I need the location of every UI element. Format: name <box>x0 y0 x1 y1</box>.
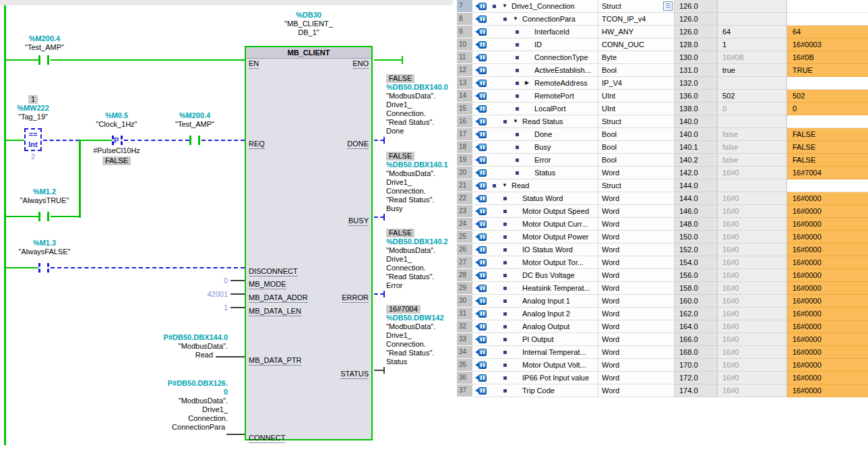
row-number[interactable]: 16 <box>457 115 472 128</box>
data-type-cell[interactable]: Bool ☰ <box>598 128 675 141</box>
start-value-cell[interactable]: 16#0 <box>718 269 787 282</box>
data-type-cell[interactable]: Word ☰ <box>598 384 675 397</box>
row-number[interactable]: 8 <box>457 13 472 26</box>
data-type-cell[interactable]: Word ☰ <box>598 231 675 243</box>
monitor-value-cell[interactable]: TRUE <box>787 64 868 77</box>
monitor-value-cell[interactable]: 16#0000 <box>787 346 868 359</box>
monitor-value-cell[interactable]: 16#0000 <box>787 333 868 346</box>
expander-icon[interactable]: ▼ <box>502 0 512 12</box>
start-value-cell[interactable]: 64 <box>718 26 787 38</box>
monitor-value-cell[interactable] <box>787 115 868 128</box>
var-name-cell[interactable]: ▼ Drive1_Connection <box>489 0 598 13</box>
monitor-value-cell[interactable]: FALSE <box>787 154 868 167</box>
monitor-value-cell[interactable]: 16#0000 <box>787 308 868 320</box>
var-name-cell[interactable]: Motor Output Tor... <box>489 256 598 269</box>
data-type-cell[interactable]: Struct ☰ <box>598 179 675 192</box>
start-value-cell[interactable]: 1 <box>718 38 787 51</box>
data-type-cell[interactable]: Word ☰ <box>598 282 675 295</box>
data-type-cell[interactable]: Bool ☰ <box>598 141 675 154</box>
compare-operand-labels[interactable]: 1 %MW222 "Tag_19" <box>0 95 80 121</box>
monitor-value-cell[interactable]: 16#0000 <box>787 192 868 205</box>
var-name-cell[interactable]: IO Status Word <box>489 243 598 256</box>
start-value-cell[interactable]: 16#0 <box>718 256 787 269</box>
data-type-cell[interactable]: IP_V4 ☰ <box>598 77 675 90</box>
data-type-cell[interactable]: Word ☰ <box>598 333 675 346</box>
start-value-cell[interactable]: false <box>718 128 787 141</box>
row-number[interactable]: 17 <box>457 128 472 141</box>
monitor-value-cell[interactable]: 16#0B <box>787 51 868 64</box>
data-type-cell[interactable]: UInt ☰ <box>598 90 675 103</box>
var-name-cell[interactable]: Analog Input 1 <box>489 295 598 308</box>
var-name-cell[interactable]: Motor Output Curr... <box>489 218 598 231</box>
row-number[interactable]: 26 <box>457 243 472 256</box>
data-type-cell[interactable]: UInt ☰ <box>598 103 675 115</box>
contact-test-amp-en[interactable]: %M200.4 "Test_AMP" <box>0 34 92 52</box>
row-number[interactable]: 29 <box>457 282 472 295</box>
start-value-cell[interactable]: 0 <box>718 103 787 115</box>
data-type-cell[interactable]: Byte ☰ <box>598 51 675 64</box>
data-type-cell[interactable]: Word ☰ <box>598 269 675 282</box>
var-name-cell[interactable]: Done <box>489 128 598 141</box>
db-watch-table[interactable]: 7 ▼ Drive1_Connection Struct ☰ 126.0 <box>457 0 868 460</box>
data-type-cell[interactable]: Word ☰ <box>598 256 675 269</box>
operand-annotation-error[interactable]: FALSE %DB50.DBX140.2 "ModbusData". Drive… <box>386 229 460 290</box>
row-number[interactable]: 10 <box>457 38 472 51</box>
var-name-cell[interactable]: LocalPort <box>489 103 598 115</box>
start-value-cell[interactable]: 16#0 <box>718 333 787 346</box>
monitor-value-cell[interactable]: 16#0000 <box>787 282 868 295</box>
monitor-value-cell[interactable]: 16#0000 <box>787 295 868 308</box>
start-value-cell[interactable]: 502 <box>718 90 787 103</box>
data-type-cell[interactable]: Word ☰ <box>598 308 675 320</box>
data-type-cell[interactable]: Word ☰ <box>598 320 675 333</box>
expander-icon[interactable]: ▼ <box>502 179 512 192</box>
row-number[interactable]: 36 <box>457 372 472 384</box>
var-name-cell[interactable]: Error <box>489 154 598 167</box>
data-type-cell[interactable]: Word ☰ <box>598 359 675 372</box>
var-name-cell[interactable]: ▼ Read <box>489 179 598 192</box>
monitor-value-cell[interactable]: 16#0000 <box>787 205 868 218</box>
pin-eno[interactable]: ENO <box>352 59 369 69</box>
row-number[interactable]: 12 <box>457 64 472 77</box>
pin-mb-mode[interactable]: MB_MODE <box>249 280 286 289</box>
compare-box[interactable]: == Int <box>24 128 42 151</box>
var-name-cell[interactable]: PI Output <box>489 333 598 346</box>
start-value-cell[interactable]: 16#0 <box>718 384 787 397</box>
row-number[interactable]: 33 <box>457 333 472 346</box>
row-number[interactable]: 18 <box>457 141 472 154</box>
data-type-cell[interactable]: Word ☰ <box>598 205 675 218</box>
row-number[interactable]: 9 <box>457 26 472 38</box>
monitor-value-cell[interactable] <box>787 0 868 13</box>
row-number[interactable]: 25 <box>457 231 472 243</box>
expander-icon[interactable]: ▼ <box>513 13 522 25</box>
var-name-cell[interactable]: Heatsink Temperat... <box>489 282 598 295</box>
monitor-value-cell[interactable]: 502 <box>787 90 868 103</box>
row-number[interactable]: 11 <box>457 51 472 64</box>
start-value-cell[interactable]: 16#0 <box>718 359 787 372</box>
var-name-cell[interactable]: ActiveEstablish... <box>489 64 598 77</box>
monitor-value-cell[interactable]: 16#0000 <box>787 231 868 243</box>
operand-annotation-busy[interactable]: FALSE %DB50.DBX140.1 "ModbusData". Drive… <box>386 152 460 213</box>
start-value-cell[interactable]: false <box>718 154 787 167</box>
row-number[interactable]: 35 <box>457 359 472 372</box>
var-name-cell[interactable]: RemotePort <box>489 90 598 103</box>
start-value-cell[interactable]: 16#0 <box>718 231 787 243</box>
var-name-cell[interactable]: ▶ RemoteAddress <box>489 77 598 90</box>
pin-connect[interactable]: CONNECT <box>249 434 285 443</box>
start-value-cell[interactable]: 16#0 <box>718 346 787 359</box>
start-value-cell[interactable]: 16#0 <box>718 218 787 231</box>
start-value-cell[interactable]: 16#0 <box>718 205 787 218</box>
data-type-cell[interactable]: Bool ☰ <box>598 64 675 77</box>
monitor-value-cell[interactable] <box>787 77 868 90</box>
monitor-value-cell[interactable]: 16#0000 <box>787 320 868 333</box>
row-number[interactable]: 21 <box>457 179 472 192</box>
start-value-cell[interactable]: 16#0 <box>718 372 787 384</box>
start-value-cell[interactable]: false <box>718 141 787 154</box>
pin-status[interactable]: STATUS <box>340 370 369 379</box>
pin-busy[interactable]: BUSY <box>348 217 369 226</box>
row-number[interactable]: 28 <box>457 269 472 282</box>
pin-req[interactable]: REQ <box>249 140 265 149</box>
var-name-cell[interactable]: Motor Output Power <box>489 231 598 243</box>
pin-en[interactable]: EN <box>249 59 259 69</box>
monitor-value-cell[interactable]: 16#0000 <box>787 256 868 269</box>
operand-annotation-status[interactable]: 16#7004 %DB50.DBW142 "ModbusData". Drive… <box>386 305 460 366</box>
